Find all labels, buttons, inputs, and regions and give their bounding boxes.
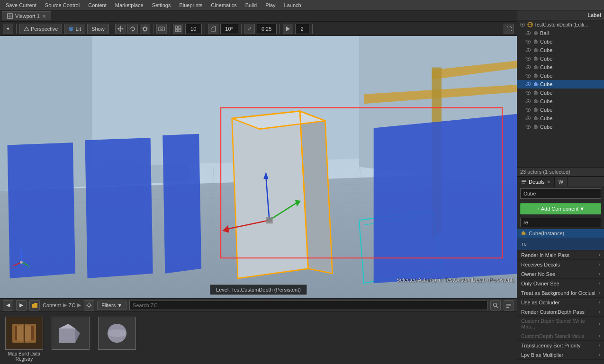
asset-mesh-2[interactable]	[96, 315, 138, 353]
menu-save-current[interactable]: Save Current	[2, 1, 40, 9]
prop-use-occluder[interactable]: Use as Occluder ›	[517, 298, 604, 307]
menu-settings[interactable]: Settings	[148, 1, 175, 9]
add-component-btn[interactable]: + Add Component ▼	[520, 203, 601, 214]
outliner-item-ball[interactable]: Ball	[517, 29, 604, 37]
scale-snap-btn[interactable]: ⤢	[244, 24, 255, 34]
outliner-item-cube-3[interactable]: Cube	[517, 54, 604, 63]
outliner-item-cube-4[interactable]: Cube	[517, 63, 604, 71]
top-menu-bar: Save Current Source Control Content Mark…	[0, 0, 604, 10]
eye-icon-cs[interactable]	[525, 81, 532, 88]
menu-blueprints[interactable]: Blueprints	[175, 1, 206, 9]
props-search-input[interactable]	[520, 239, 601, 249]
show-btn[interactable]: Show	[87, 24, 109, 34]
viewport-tab-close[interactable]: ✕	[42, 14, 46, 19]
menu-content[interactable]: Content	[84, 1, 110, 9]
prop-treat-background[interactable]: Treat as Background for Occlusi ›	[517, 288, 604, 298]
outliner-item-cube-9[interactable]: Cube	[517, 114, 604, 123]
eye-icon-c6[interactable]	[525, 89, 532, 96]
eye-icon-c9[interactable]	[525, 115, 532, 122]
menu-play[interactable]: Play	[261, 1, 279, 9]
scale-snap-value[interactable]	[257, 24, 277, 34]
viewport-canvas[interactable]: Z X Y Selected Actor(s) in: TestCustomDe…	[0, 36, 517, 298]
viewport-tab-1[interactable]: Viewport 1 ✕	[2, 11, 51, 20]
viewport-options-btn[interactable]: ▼	[3, 24, 13, 34]
outliner-header: Label	[517, 10, 604, 20]
eye-icon-ball[interactable]	[525, 30, 532, 36]
outliner-item-cube-1[interactable]: Cube	[517, 37, 604, 46]
eye-icon-c4[interactable]	[525, 64, 532, 71]
eye-icon-c10[interactable]	[525, 124, 532, 130]
svg-marker-89	[59, 324, 75, 328]
lit-btn[interactable]: Lit	[64, 24, 85, 34]
translate-btn[interactable]	[115, 24, 126, 34]
eye-icon-c5[interactable]	[525, 72, 532, 79]
prop-render-custom-depth[interactable]: Render CustomDepth Pass ›	[517, 307, 604, 317]
perspective-btn[interactable]: Perspective	[19, 24, 62, 34]
eye-icon-c3[interactable]	[525, 55, 532, 62]
svg-marker-135	[537, 92, 539, 95]
eye-icon-c1[interactable]	[525, 38, 532, 45]
outliner-item-cube-2[interactable]: Cube	[517, 46, 604, 54]
eye-icon-c8[interactable]	[525, 107, 532, 113]
menu-build[interactable]: Build	[242, 1, 261, 9]
outliner-item-cube-5[interactable]: Cube	[517, 71, 604, 80]
svg-point-122	[528, 75, 529, 77]
rotate-btn[interactable]	[127, 24, 138, 34]
maximize-btn[interactable]: ⛶	[504, 24, 514, 34]
main-content: Viewport 1 ✕ ▼ Perspective Lit Show	[0, 10, 604, 364]
eye-icon-c2[interactable]	[525, 47, 532, 53]
svg-marker-87	[25, 325, 31, 341]
outliner-item-cube-6[interactable]: Cube	[517, 89, 604, 97]
toolbar-sep-4	[170, 24, 170, 34]
content-search-btn[interactable]	[490, 300, 501, 311]
outliner-list: TestCustomDepth (Editi... Ball Cube	[517, 20, 604, 167]
prop-lpv-bias[interactable]: Lpv Bias Multiplier ›	[517, 350, 604, 360]
grid-btn[interactable]	[173, 24, 183, 34]
camera-speed-btn[interactable]	[283, 24, 293, 34]
outliner-item-cube-8[interactable]: Cube	[517, 106, 604, 114]
eye-icon-root[interactable]	[519, 21, 526, 28]
outliner-item-cube-10[interactable]: Cube	[517, 123, 604, 131]
svg-point-132	[528, 92, 529, 94]
details-tab-details[interactable]: Details ✕	[517, 177, 555, 186]
nav-forward-btn[interactable]: ▶	[16, 300, 27, 311]
details-search-input[interactable]	[520, 218, 601, 227]
scale-btn[interactable]	[140, 24, 150, 34]
filters-btn[interactable]: Filters ▼	[97, 301, 126, 310]
details-tab-world[interactable]: W	[555, 177, 568, 186]
angle-btn[interactable]	[208, 24, 218, 34]
prop-owner-no-see[interactable]: Owner No See ›	[517, 269, 604, 279]
outliner-item-cube-7[interactable]: Cube	[517, 97, 604, 106]
prop-render-main[interactable]: Render in Main Pass ›	[517, 250, 604, 260]
menu-launch[interactable]: Launch	[280, 1, 305, 9]
svg-point-5	[70, 28, 72, 30]
nav-back-btn[interactable]: ◀	[3, 300, 13, 311]
menu-marketplace[interactable]: Marketplace	[111, 1, 147, 9]
rotation-snap-value[interactable]	[220, 24, 238, 34]
menu-cinematics[interactable]: Cinematics	[207, 1, 240, 9]
content-search-input[interactable]	[129, 301, 487, 310]
outliner-item-cube-selected[interactable]: Cube	[517, 80, 604, 89]
prop-translucency-sort[interactable]: Translucency Sort Priority ›	[517, 341, 604, 350]
eye-icon-c7[interactable]	[525, 98, 532, 105]
asset-grid: Map Build Data Registry	[0, 312, 517, 364]
svg-marker-160	[522, 231, 525, 232]
svg-marker-155	[537, 126, 539, 129]
breadcrumb-content[interactable]: Content	[43, 302, 61, 308]
content-options-btn[interactable]	[504, 300, 514, 311]
prop-only-owner-see[interactable]: Only Owner See ›	[517, 279, 604, 288]
details-tab-close[interactable]: ✕	[547, 179, 550, 185]
menu-source-control[interactable]: Source Control	[41, 1, 83, 9]
camera-btn[interactable]	[156, 24, 167, 34]
component-item-cube[interactable]: Cube(Instance)	[517, 229, 604, 238]
actor-name-input[interactable]	[520, 188, 601, 199]
content-settings-btn[interactable]	[84, 300, 94, 311]
grid-snap-value[interactable]	[185, 24, 202, 34]
camera-speed-value[interactable]	[295, 24, 309, 34]
asset-map-build[interactable]: Map Build Data Registry	[3, 315, 45, 364]
speed-icon	[285, 26, 291, 32]
breadcrumb-zc[interactable]: ZC	[69, 302, 76, 308]
asset-mesh-1[interactable]	[49, 315, 92, 353]
prop-receives-decals[interactable]: Receives Decals ›	[517, 260, 604, 269]
outliner-item-root[interactable]: TestCustomDepth (Editi...	[517, 20, 604, 29]
